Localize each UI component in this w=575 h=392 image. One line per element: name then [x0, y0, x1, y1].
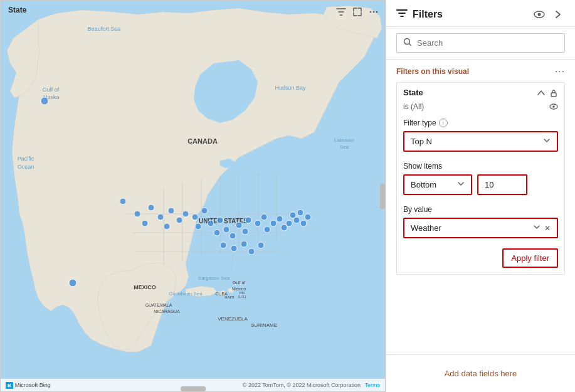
by-value-actions: ✕	[533, 223, 551, 233]
svg-point-55	[223, 226, 229, 233]
filter-icon[interactable]	[335, 6, 347, 18]
svg-text:Caribbean Sea: Caribbean Sea	[169, 291, 203, 297]
filters-header: Filters	[386, 0, 575, 27]
svg-point-44	[157, 214, 164, 220]
svg-point-74	[241, 241, 247, 247]
visibility-icon[interactable]	[549, 102, 558, 111]
search-box[interactable]	[396, 33, 565, 53]
chevron-up-icon[interactable]	[537, 88, 546, 97]
apply-filter-button[interactable]: Apply filter	[502, 248, 558, 268]
svg-point-56	[229, 233, 236, 239]
filter-card-header: State	[397, 83, 564, 102]
filters-header-actions	[532, 8, 565, 21]
svg-text:(U.S.): (U.S.)	[238, 295, 246, 299]
state-filter-actions	[549, 102, 558, 111]
svg-point-0	[370, 11, 372, 13]
filters-title-area: Filters	[396, 8, 527, 21]
svg-text:Gulf of: Gulf of	[233, 280, 246, 285]
show-items-label: Show items	[403, 162, 558, 171]
filter-type-value: Top N	[411, 137, 432, 146]
svg-text:CANADA: CANADA	[187, 137, 218, 145]
resize-handle-bottom[interactable]	[181, 386, 206, 391]
svg-point-70	[300, 220, 307, 226]
expand-icon[interactable]	[351, 6, 364, 18]
svg-point-41	[134, 211, 140, 217]
chevron-right-icon[interactable]	[551, 8, 565, 21]
svg-point-64	[277, 216, 283, 222]
by-value-clear[interactable]: ✕	[544, 224, 551, 233]
filter-panel-icon	[396, 8, 408, 21]
show-items-direction: Bottom	[411, 180, 436, 189]
svg-point-68	[293, 217, 300, 223]
svg-point-71	[305, 214, 311, 220]
svg-text:Beaufort Sea: Beaufort Sea	[88, 26, 121, 32]
svg-text:Gulf of: Gulf of	[43, 87, 60, 93]
svg-point-54	[214, 230, 220, 236]
by-value-chevron[interactable]	[533, 223, 541, 233]
svg-point-69	[297, 209, 303, 216]
visual-filters-section: Filters on this visual ··· State	[386, 60, 575, 354]
map-copyright: © 2022 TomTom, © 2022 Microsoft Corporat…	[243, 382, 380, 388]
svg-text:Sargasso Sea: Sargasso Sea	[198, 275, 230, 281]
svg-point-58	[242, 228, 248, 235]
svg-point-75	[248, 248, 255, 255]
svg-point-57	[236, 222, 242, 228]
svg-point-62	[264, 226, 270, 233]
resize-handle-right[interactable]	[380, 184, 385, 209]
map-state-label: State	[8, 6, 26, 14]
lock-icon[interactable]	[549, 88, 558, 97]
svg-point-39	[69, 279, 76, 287]
svg-text:Pacific: Pacific	[18, 156, 34, 162]
more-options-icon[interactable]	[367, 6, 380, 18]
svg-rect-80	[551, 93, 556, 97]
filter-type-section: Filter type i Top N	[397, 114, 564, 157]
svg-point-43	[142, 220, 148, 226]
svg-point-50	[201, 208, 208, 214]
svg-text:NICARAGUA: NICARAGUA	[154, 309, 180, 314]
state-filter-subtitle-row: is (All)	[397, 102, 564, 114]
microsoft-bing-logo: B Microsoft Bing	[6, 382, 51, 389]
search-container	[386, 27, 575, 60]
svg-text:MEXICO: MEXICO	[134, 284, 156, 290]
svg-point-61	[261, 214, 267, 220]
search-icon	[403, 38, 412, 48]
svg-point-2	[376, 11, 378, 13]
svg-point-40	[120, 198, 126, 204]
show-items-dropdown[interactable]: Bottom	[403, 174, 472, 195]
by-value-label: By value	[403, 205, 558, 214]
svg-point-63	[270, 220, 277, 226]
section-more-icon[interactable]: ···	[555, 66, 565, 77]
svg-point-78	[538, 13, 541, 16]
svg-point-59	[245, 217, 251, 223]
svg-point-48	[182, 211, 189, 217]
svg-point-72	[220, 242, 226, 248]
filters-panel-title: Filters	[413, 9, 443, 20]
svg-point-1	[373, 11, 375, 13]
filter-type-dropdown[interactable]: Top N	[403, 131, 558, 152]
add-data-section[interactable]: Add data fields here	[386, 354, 575, 392]
show-items-count[interactable]: 10	[477, 174, 527, 195]
svg-point-73	[231, 245, 237, 252]
svg-text:Ocean: Ocean	[18, 164, 34, 170]
svg-point-46	[164, 223, 170, 230]
svg-point-38	[41, 97, 48, 105]
search-input[interactable]	[417, 38, 558, 48]
svg-point-49	[192, 214, 198, 220]
by-value-field[interactable]: Weather ✕	[403, 218, 558, 238]
filter-card-actions	[537, 88, 558, 97]
add-data-text: Add data fields here	[445, 369, 517, 378]
eye-icon[interactable]	[532, 8, 546, 21]
svg-point-45	[168, 208, 174, 214]
show-items-row: Bottom 10	[403, 174, 558, 195]
by-value-section: By value Weather ✕	[397, 200, 564, 243]
apply-filter-section: Apply filter	[397, 243, 564, 274]
state-filter-card: State is (All)	[396, 82, 565, 275]
filters-panel: Filters	[386, 0, 575, 392]
svg-text:HAITI: HAITI	[224, 295, 235, 299]
svg-point-65	[281, 225, 287, 231]
by-value-text: Weather	[411, 223, 441, 233]
svg-point-82	[552, 105, 555, 108]
show-items-section: Show items Bottom 10	[397, 157, 564, 200]
info-icon[interactable]: i	[439, 119, 448, 127]
filter-type-label: Filter type i	[403, 119, 558, 127]
